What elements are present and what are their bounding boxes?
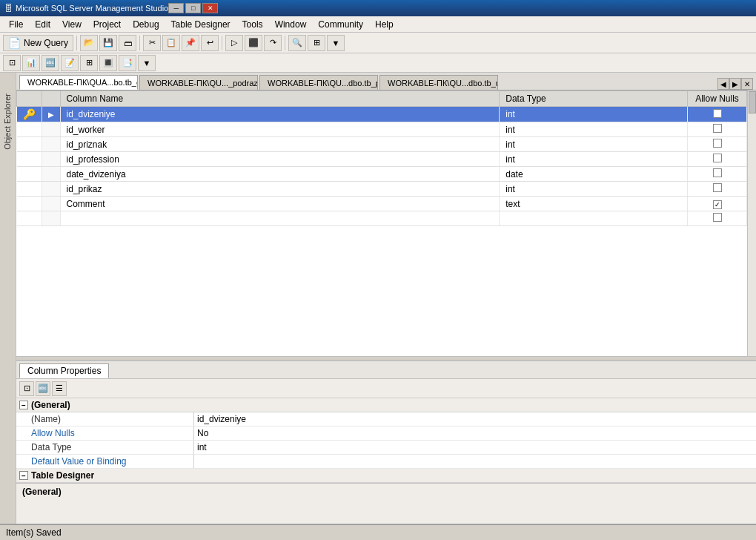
menu-item-edit[interactable]: Edit	[29, 18, 56, 31]
tb2-btn6[interactable]: 🔳	[99, 55, 117, 71]
prop-datatype-value: int	[194, 441, 756, 454]
open-button[interactable]: 📂	[80, 35, 98, 51]
allow-nulls-cell[interactable]	[688, 182, 747, 197]
column-name-cell[interactable]	[60, 211, 500, 226]
allow-nulls-checkbox[interactable]	[713, 139, 722, 148]
expand-general-icon: −	[19, 401, 28, 409]
allow-nulls-checkbox[interactable]	[713, 200, 722, 209]
data-type-cell[interactable]: date	[500, 167, 688, 182]
column-name-cell[interactable]: id_profession	[60, 152, 500, 167]
menu-item-table designer[interactable]: Table Designer	[165, 18, 236, 31]
tab-dvizeniye[interactable]: WORKABLE-ПК\QUA...bo.tb_dvizeniye	[19, 75, 138, 90]
tb2-btn3[interactable]: 🔤	[42, 55, 59, 71]
tab-scroll-left[interactable]: ◀	[717, 78, 729, 90]
tb2-btn8[interactable]: ▼	[138, 55, 156, 71]
scroll-thumb[interactable]	[749, 91, 756, 113]
table-row[interactable]: id_prikazint	[17, 182, 747, 197]
data-type-cell[interactable]	[500, 211, 688, 226]
table-row[interactable]: date_dvizeniyadate	[17, 167, 747, 182]
stop-button[interactable]: ⬛	[245, 35, 262, 51]
column-name-input[interactable]	[67, 109, 494, 119]
new-query-button[interactable]: 📄 New Query	[3, 35, 73, 51]
data-type-cell[interactable]: int	[500, 107, 688, 122]
column-name-cell[interactable]: id_prikaz	[60, 182, 500, 197]
menu-item-debug[interactable]: Debug	[127, 18, 165, 31]
prop-name-label: (Name)	[16, 412, 194, 426]
prop-pages-btn[interactable]: ☰	[52, 381, 67, 396]
copy-button[interactable]: 📋	[162, 35, 180, 51]
toolbar-separator-2	[139, 36, 140, 50]
table-row[interactable]: id_priznakint	[17, 137, 747, 152]
tab-bar: WORKABLE-ПК\QUA...bo.tb_dvizeniye WORKAB…	[16, 73, 756, 90]
tb2-btn4[interactable]: 📝	[61, 55, 79, 71]
allow-nulls-checkbox[interactable]	[713, 213, 722, 222]
dropdown-button[interactable]: ▼	[327, 35, 345, 51]
undo-button[interactable]: ↩	[201, 35, 219, 51]
sidebar-tab-object-explorer[interactable]: Object Explorer	[1, 88, 15, 156]
section-general-header[interactable]: − (General)	[16, 398, 756, 412]
data-type-cell[interactable]: text	[500, 197, 688, 211]
allow-nulls-cell[interactable]	[688, 152, 747, 167]
tab-scroll-right[interactable]: ▶	[729, 78, 741, 90]
allow-nulls-cell[interactable]	[688, 211, 747, 226]
menu-item-file[interactable]: File	[3, 18, 29, 31]
prop-sort-btn1[interactable]: ⊡	[19, 381, 34, 396]
data-type-cell[interactable]: int	[500, 182, 688, 197]
data-type-cell[interactable]: int	[500, 137, 688, 152]
tab-uchastok[interactable]: WORKABLE-ПК\QU...dbo.tb_uchastok	[379, 75, 498, 90]
allow-nulls-checkbox[interactable]	[713, 124, 722, 133]
table-row[interactable]: Commenttext	[17, 197, 747, 211]
grid-button[interactable]: ⊞	[308, 35, 325, 51]
allow-nulls-checkbox[interactable]	[713, 109, 722, 118]
menu-item-view[interactable]: View	[56, 18, 87, 31]
allow-nulls-cell[interactable]	[688, 137, 747, 152]
prop-sort-btn2[interactable]: 🔤	[36, 381, 50, 396]
column-name-cell[interactable]: id_worker	[60, 122, 500, 137]
tb2-btn7[interactable]: 📑	[119, 55, 136, 71]
allow-nulls-cell[interactable]	[688, 107, 747, 122]
close-button[interactable]: ✕	[202, 3, 218, 13]
allow-nulls-checkbox[interactable]	[713, 168, 722, 177]
column-name-cell[interactable]: date_dvizeniya	[60, 167, 500, 182]
data-type-cell[interactable]: int	[500, 152, 688, 167]
minimize-button[interactable]: ─	[168, 3, 184, 13]
menu-item-tools[interactable]: Tools	[236, 18, 269, 31]
tb2-btn2[interactable]: 📊	[22, 55, 40, 71]
column-name-cell[interactable]: id_priznak	[60, 137, 500, 152]
section-tabledesigner-header[interactable]: − Table Designer	[16, 469, 756, 483]
tb2-btn1[interactable]: ⊡	[3, 55, 21, 71]
column-name-cell[interactable]: Comment	[60, 197, 500, 211]
allow-nulls-cell[interactable]	[688, 197, 747, 211]
save-button[interactable]: 💾	[99, 35, 117, 51]
table-row[interactable]: 🔑▶int	[17, 107, 747, 122]
tab-close[interactable]: ✕	[741, 78, 753, 90]
allow-nulls-cell[interactable]	[688, 122, 747, 137]
column-name-cell[interactable]	[60, 107, 500, 122]
allow-nulls-checkbox[interactable]	[713, 183, 722, 192]
table-row[interactable]	[17, 211, 747, 226]
tab-column-properties[interactable]: Column Properties	[19, 363, 109, 378]
restore-button[interactable]: □	[185, 3, 201, 13]
allow-nulls-checkbox[interactable]	[713, 154, 722, 162]
tab-passport[interactable]: WORKABLE-ПК\QU...dbo.tb_passport	[259, 75, 378, 90]
prop-default-label: Default Value or Binding	[16, 455, 194, 468]
menu-item-community[interactable]: Community	[312, 18, 369, 31]
step-button[interactable]: ↷	[264, 35, 282, 51]
paste-button[interactable]: 📌	[182, 35, 199, 51]
tb2-btn5[interactable]: ⊞	[80, 55, 98, 71]
table-row[interactable]: id_professionint	[17, 152, 747, 167]
table-scrollbar[interactable]	[747, 90, 756, 356]
allow-nulls-cell[interactable]	[688, 167, 747, 182]
tab-podrazdeleniye[interactable]: WORKABLE-ПК\QU..._podrazdeleniye	[139, 75, 258, 90]
row-key-cell	[17, 167, 42, 182]
status-text: Item(s) Saved	[6, 527, 62, 538]
menu-item-window[interactable]: Window	[269, 18, 313, 31]
table-row[interactable]: id_workerint	[17, 122, 747, 137]
save-all-button[interactable]: 🗃	[119, 35, 136, 51]
debug-button[interactable]: ▷	[225, 35, 243, 51]
cut-button[interactable]: ✂	[143, 35, 161, 51]
zoom-button[interactable]: 🔍	[288, 35, 306, 51]
menu-item-project[interactable]: Project	[87, 18, 127, 31]
menu-item-help[interactable]: Help	[369, 18, 399, 31]
data-type-cell[interactable]: int	[500, 122, 688, 137]
